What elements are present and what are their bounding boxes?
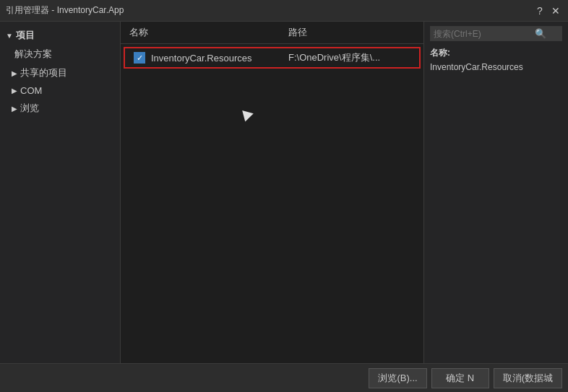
sidebar-header-label: 项目 (16, 29, 35, 42)
main-layout: ▼ 项目 解决方案 ▶ 共享的项目 ▶ COM ▶ 浏览 名称 路径 ✓ Inv… (0, 22, 568, 363)
row-name: InventoryCar.Resources (151, 53, 288, 64)
sidebar-item-solution[interactable]: 解决方案 (0, 45, 120, 64)
cursor-icon (242, 108, 255, 121)
bottom-bar: 浏览(B)... 确定 N 取消(数据城 (0, 363, 568, 392)
sidebar-item-browse-label: 浏览 (20, 102, 39, 115)
sidebar-header-projects[interactable]: ▼ 项目 (0, 26, 120, 45)
table-header: 名称 路径 (121, 22, 423, 44)
sidebar-item-com-label: COM (20, 85, 42, 96)
row-checkbox[interactable]: ✓ (134, 52, 145, 64)
sidebar-item-com[interactable]: ▶ COM (0, 82, 120, 99)
table-row[interactable]: ✓ InventoryCar.Resources F:\OneDrive\程序集… (124, 47, 421, 69)
browse-button[interactable]: 浏览(B)... (369, 368, 426, 388)
search-icon: 🔍 (535, 28, 546, 39)
cancel-button[interactable]: 取消(数据城 (494, 368, 562, 388)
search-input[interactable] (434, 29, 535, 39)
ok-button[interactable]: 确定 N (431, 368, 489, 388)
title-bar: 引用管理器 - InventoryCar.App ? ✕ (0, 0, 568, 22)
window-title: 引用管理器 - InventoryCar.App (6, 4, 124, 17)
help-button[interactable]: ? (533, 4, 546, 17)
arrow-icon: ▼ (6, 32, 13, 40)
content-area: 名称 路径 ✓ InventoryCar.Resources F:\OneDri… (121, 22, 423, 363)
window-controls: ? ✕ (533, 4, 562, 17)
sidebar-item-solution-label: 解决方案 (14, 48, 52, 61)
sidebar-item-shared-label: 共享的项目 (20, 66, 67, 79)
close-button[interactable]: ✕ (549, 4, 562, 17)
row-path: F:\OneDrive\程序集\... (288, 51, 410, 64)
arrow-icon: ▶ (12, 87, 17, 95)
right-panel-name-value: InventoryCar.Resources (430, 62, 562, 72)
table-body: ✓ InventoryCar.Resources F:\OneDrive\程序集… (121, 44, 423, 363)
sidebar: ▼ 项目 解决方案 ▶ 共享的项目 ▶ COM ▶ 浏览 (0, 22, 121, 363)
col-name-header: 名称 (129, 26, 288, 39)
arrow-icon: ▶ (12, 69, 17, 77)
sidebar-item-browse[interactable]: ▶ 浏览 (0, 99, 120, 118)
right-panel-name-label: 名称: (430, 47, 562, 59)
arrow-icon: ▶ (12, 105, 17, 113)
col-path-header: 路径 (288, 26, 415, 39)
right-panel: 🔍 名称: InventoryCar.Resources (423, 22, 568, 363)
sidebar-item-shared[interactable]: ▶ 共享的项目 (0, 64, 120, 82)
search-bar[interactable]: 🔍 (430, 26, 562, 41)
